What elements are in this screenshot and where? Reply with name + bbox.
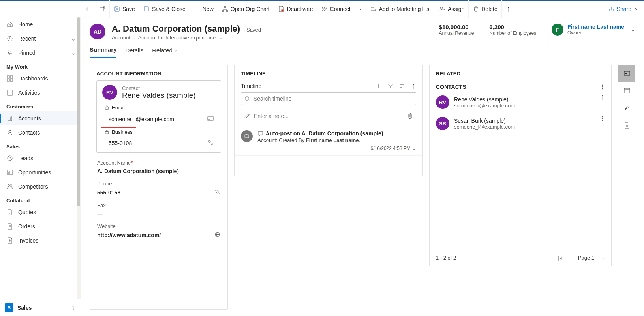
timeline-subtitle: Timeline xyxy=(241,83,261,89)
pager-first[interactable]: |◂ xyxy=(558,255,561,261)
nav-leads[interactable]: Leads xyxy=(0,151,81,165)
nav-invoices[interactable]: Invoices xyxy=(0,234,81,248)
svg-point-19 xyxy=(8,185,10,187)
right-rail xyxy=(618,65,635,310)
pager-next[interactable]: → xyxy=(600,255,605,261)
field-phone[interactable]: Phone 555-0158 xyxy=(97,181,220,196)
connect-button[interactable]: Connect xyxy=(317,0,355,18)
field-account-name[interactable]: Account Name* A. Datum Corporation (samp… xyxy=(97,160,220,174)
contact-email-value[interactable]: someone_i@example.com xyxy=(109,116,174,122)
owner-avatar: F xyxy=(552,24,563,36)
sort-icon[interactable] xyxy=(399,83,406,89)
svg-rect-2 xyxy=(222,10,224,12)
entity-label: Account xyxy=(112,35,130,41)
timeline-search-input[interactable] xyxy=(253,95,413,102)
more-vertical-icon[interactable]: ⋮ xyxy=(600,115,605,122)
nav-competitors[interactable]: Competitors xyxy=(0,180,81,194)
globe-icon[interactable] xyxy=(214,232,220,239)
attachment-icon[interactable] xyxy=(407,113,413,119)
rail-documents[interactable] xyxy=(618,117,635,134)
deactivate-button[interactable]: Deactivate xyxy=(274,0,317,18)
lock-icon xyxy=(104,105,109,110)
section-title: TIMELINE xyxy=(235,65,422,80)
open-org-chart-button[interactable]: Open Org Chart xyxy=(218,0,274,18)
connect-split-button[interactable] xyxy=(355,0,366,18)
nav-home[interactable]: Home xyxy=(0,17,81,32)
nav-activities[interactable]: Activities xyxy=(0,86,81,100)
card-icon[interactable] xyxy=(207,115,214,123)
nav-contacts[interactable]: Contacts xyxy=(0,125,81,140)
autopost-icon xyxy=(241,130,253,142)
filter-icon[interactable] xyxy=(387,83,394,89)
nav-scrollbar[interactable] xyxy=(77,17,81,299)
more-vertical-icon[interactable]: ⋮ xyxy=(411,83,416,89)
nav-pinned[interactable]: Pinned⌄ xyxy=(0,46,81,60)
save-close-button[interactable]: Save & Close xyxy=(139,0,190,18)
people-icon xyxy=(6,183,13,190)
hamburger-icon xyxy=(6,6,12,12)
owner-field[interactable]: F First name Last name Owner ⌄ xyxy=(545,24,635,36)
svg-rect-12 xyxy=(10,79,13,81)
svg-rect-9 xyxy=(7,76,9,78)
nav-orders[interactable]: Orders xyxy=(0,219,81,234)
deactivate-icon xyxy=(278,6,284,12)
chevron-down-icon: ⌄ xyxy=(174,48,178,53)
svg-rect-23 xyxy=(105,132,108,134)
chevron-down-icon: ⌄ xyxy=(71,36,76,42)
more-vertical-icon[interactable]: ⋮ xyxy=(600,94,605,100)
nav-quotes[interactable]: Quotes xyxy=(0,205,81,219)
phone-icon[interactable] xyxy=(214,189,220,196)
nav-accounts[interactable]: Accounts xyxy=(0,111,81,125)
add-to-marketing-list-button[interactable]: Add to Marketing List xyxy=(366,0,436,18)
nav-group-mywork: My Work xyxy=(0,60,81,71)
save-button[interactable]: Save xyxy=(110,0,139,18)
timeline-item[interactable]: Auto-post on A. Datum Corporation (sampl… xyxy=(235,127,422,154)
new-button[interactable]: New xyxy=(190,0,218,18)
back-button[interactable] xyxy=(81,0,95,18)
more-vertical-icon[interactable]: ⋮ xyxy=(600,84,605,90)
nav-dashboards[interactable]: Dashboards xyxy=(0,71,81,86)
primary-contact-card[interactable]: RV Contact Rene Valdes (sample) Email xyxy=(96,80,221,153)
pencil-icon xyxy=(244,113,250,119)
delete-button[interactable]: Delete xyxy=(469,0,501,18)
share-button[interactable]: Share xyxy=(604,0,644,18)
stat-annual-revenue[interactable]: $10,000.00 Annual Revenue xyxy=(439,24,474,36)
plus-icon[interactable] xyxy=(376,83,382,89)
rail-tools[interactable] xyxy=(618,99,635,117)
rail-panel-1[interactable] xyxy=(618,82,635,99)
nav-recent[interactable]: Recent⌄ xyxy=(0,32,81,46)
overflow-button[interactable]: ⋮ xyxy=(502,0,515,18)
wrench-icon xyxy=(623,105,631,112)
rail-assistant[interactable] xyxy=(618,65,635,82)
pager-prev[interactable]: ← xyxy=(567,255,573,261)
contact-name[interactable]: Rene Valdes (sample) xyxy=(122,91,196,100)
field-fax[interactable]: Fax --- xyxy=(97,202,220,217)
tab-details[interactable]: Details xyxy=(125,46,143,58)
area-switcher[interactable]: S Sales ⇳ xyxy=(0,299,81,316)
assign-button[interactable]: Assign xyxy=(435,0,469,18)
chevron-down-icon[interactable]: ⌄ xyxy=(412,146,416,151)
svg-point-17 xyxy=(9,157,11,159)
nav-opportunities[interactable]: Opportunities xyxy=(0,165,81,180)
chevron-down-icon[interactable]: ⌄ xyxy=(631,26,635,33)
timeline-note-input[interactable] xyxy=(254,113,404,119)
related-contact-item[interactable]: SBSusan Burk (sample)someone_l@example.c… xyxy=(430,113,611,134)
contact-phone-value[interactable]: 555-0108 xyxy=(109,140,132,146)
contact-field-label: Contact xyxy=(122,85,196,91)
svg-point-6 xyxy=(325,7,327,9)
timeline-note-entry[interactable] xyxy=(241,109,416,123)
stat-employees[interactable]: 6,200 Number of Employees xyxy=(483,24,536,36)
hamburger-button[interactable] xyxy=(0,0,17,18)
timeline-search[interactable] xyxy=(241,92,416,105)
form-selector[interactable]: Account for Interactive experience xyxy=(138,35,216,41)
related-contact-item[interactable]: RVRene Valdes (sample)someone_i@example.… xyxy=(430,92,611,113)
phone-icon[interactable] xyxy=(208,140,214,147)
business-locked-label: Business xyxy=(101,127,136,136)
related-contact-email: someone_i@example.com xyxy=(454,103,515,108)
tab-related[interactable]: Related⌄ xyxy=(152,46,178,58)
field-website[interactable]: Website http://www.adatum.com/ xyxy=(97,223,220,239)
assign-icon xyxy=(439,6,445,12)
chevron-down-icon[interactable]: ⌄ xyxy=(219,35,222,40)
tab-summary[interactable]: Summary xyxy=(90,46,116,58)
popout-button[interactable] xyxy=(95,0,110,18)
